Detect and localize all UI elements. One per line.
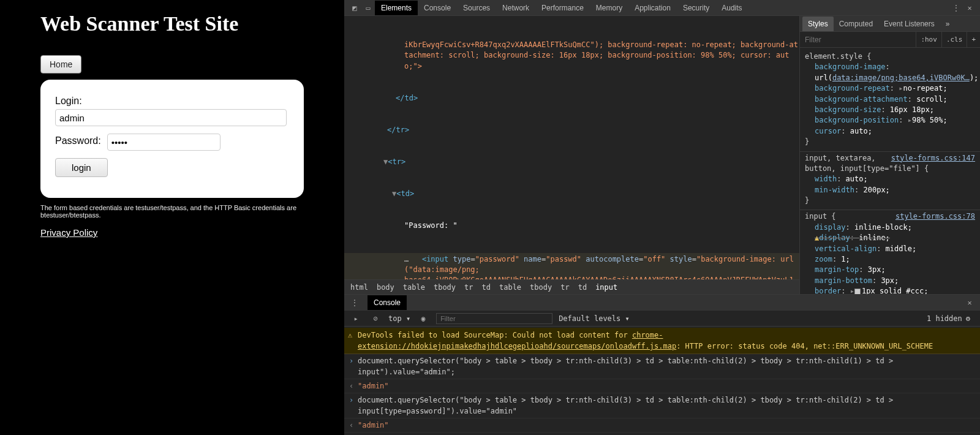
close-icon[interactable]: ✕ <box>963 1 976 15</box>
tab-sources[interactable]: Sources <box>457 1 496 15</box>
hidden-count[interactable]: 1 hidden⚙ <box>922 314 975 323</box>
styles-filter-bar: :hov .cls + <box>800 32 980 48</box>
crumb[interactable]: tr <box>560 283 569 292</box>
crumb[interactable]: table <box>403 283 425 292</box>
clear-console-icon[interactable]: ⊘ <box>369 312 382 325</box>
crumb[interactable]: tr <box>464 283 473 292</box>
styles-body[interactable]: element.style {background-image: url(dat… <box>800 48 980 294</box>
tab-network[interactable]: Network <box>496 1 535 15</box>
crumb[interactable]: td <box>482 283 491 292</box>
kebab-icon[interactable]: ⋮ <box>348 296 361 309</box>
devtools: ◩ ▭ Elements Console Sources Network Per… <box>344 0 980 435</box>
close-drawer-icon[interactable]: ✕ <box>963 296 976 309</box>
gear-icon[interactable]: ⚙ <box>966 314 970 323</box>
kebab-icon[interactable]: ⋮ <box>949 1 963 15</box>
tab-console[interactable]: Console <box>418 1 457 15</box>
dom-tag: </td> <box>396 94 418 102</box>
device-icon[interactable]: ▭ <box>361 1 375 15</box>
privacy-link[interactable]: Privacy Policy <box>40 227 97 238</box>
home-button[interactable]: Home <box>40 55 81 74</box>
crumb[interactable]: html <box>350 283 368 292</box>
dom-text: iKbrEwyqFcwiCsv+R847qxq2vXAAAAAElFTkSuQm… <box>404 40 798 70</box>
dom-tree[interactable]: iKbrEwyqFcwiCsv+R847qxq2vXAAAAAElFTkSuQm… <box>344 16 799 279</box>
dom-text: "Password: " <box>344 221 799 231</box>
tab-application[interactable]: Application <box>628 1 677 15</box>
login-card: Login: Password: login <box>40 80 304 198</box>
styles-tab-listeners[interactable]: Event Listeners <box>878 17 940 31</box>
styles-tab-styles[interactable]: Styles <box>802 17 834 31</box>
console-output-line: "admin" <box>344 418 980 433</box>
login-submit-button[interactable]: login <box>55 158 108 177</box>
live-expression-icon[interactable]: ◉ <box>417 312 430 325</box>
new-rule-button[interactable]: + <box>967 32 980 47</box>
crumb[interactable]: input <box>595 283 617 292</box>
console-filter-input[interactable] <box>436 313 552 324</box>
console-prompt[interactable] <box>344 433 980 435</box>
login-label: Login: <box>55 96 289 107</box>
crumb[interactable]: tbody <box>434 283 456 292</box>
cls-toggle[interactable]: .cls <box>941 32 967 47</box>
password-label: Password: <box>55 135 101 146</box>
drawer-tab-console[interactable]: Console <box>368 295 407 310</box>
tab-security[interactable]: Security <box>677 1 715 15</box>
styles-filter-input[interactable] <box>800 32 916 47</box>
console-input-line: document.querySelector("body > table > t… <box>344 354 980 379</box>
console-output[interactable]: DevTools failed to load SourceMap: Could… <box>344 327 980 435</box>
dom-tag: <tr> <box>388 157 405 166</box>
styles-tab-computed[interactable]: Computed <box>834 17 878 31</box>
inspect-icon[interactable]: ◩ <box>348 1 361 15</box>
dom-pane: iKbrEwyqFcwiCsv+R847qxq2vXAAAAAElFTkSuQm… <box>344 16 800 294</box>
context-select[interactable]: top ▾ <box>388 314 410 323</box>
drawer-tabstrip: ⋮ Console ✕ <box>344 295 980 311</box>
more-tabs-icon[interactable]: » <box>940 17 956 31</box>
crumb[interactable]: tbody <box>530 283 552 292</box>
dom-tag: </tr> <box>387 126 409 134</box>
hov-toggle[interactable]: :hov <box>916 32 941 47</box>
devtools-tabstrip: ◩ ▭ Elements Console Sources Network Per… <box>344 0 980 16</box>
tab-audits[interactable]: Audits <box>715 1 748 15</box>
tab-performance[interactable]: Performance <box>535 1 590 15</box>
console-toolbar: ▸ ⊘ top ▾ ◉ Default levels ▾ 1 hidden⚙ <box>344 311 980 327</box>
dom-breadcrumb: html body table tbody tr td table tbody … <box>344 279 799 294</box>
tab-memory[interactable]: Memory <box>590 1 628 15</box>
rendered-page: Web Scanner Test Site Home Login: Passwo… <box>0 0 344 435</box>
crumb[interactable]: td <box>578 283 587 292</box>
page-title: Web Scanner Test Site <box>40 12 344 36</box>
credentials-hint: The form based credentials are testuser/… <box>40 204 304 219</box>
password-input[interactable] <box>107 134 221 151</box>
console-output-line: "admin" <box>344 379 980 393</box>
console-input-line: document.querySelector("body > table > t… <box>344 393 980 418</box>
crumb[interactable]: body <box>377 283 394 292</box>
dom-tag: <td> <box>396 189 414 198</box>
styles-pane: Styles Computed Event Listeners » :hov .… <box>800 16 980 294</box>
crumb[interactable]: table <box>499 283 521 292</box>
levels-select[interactable]: Default levels ▾ <box>559 314 630 323</box>
selected-node[interactable]: … <input type="password" name="passwd" a… <box>344 253 799 279</box>
devtools-body: iKbrEwyqFcwiCsv+R847qxq2vXAAAAAElFTkSuQm… <box>344 16 980 294</box>
styles-tabstrip: Styles Computed Event Listeners » <box>800 16 980 32</box>
tab-elements[interactable]: Elements <box>375 1 418 15</box>
login-input[interactable] <box>55 109 287 126</box>
console-drawer: ⋮ Console ✕ ▸ ⊘ top ▾ ◉ Default levels ▾… <box>344 294 980 435</box>
sidebar-toggle-icon[interactable]: ▸ <box>349 312 363 325</box>
console-warning: DevTools failed to load SourceMap: Could… <box>344 328 980 354</box>
